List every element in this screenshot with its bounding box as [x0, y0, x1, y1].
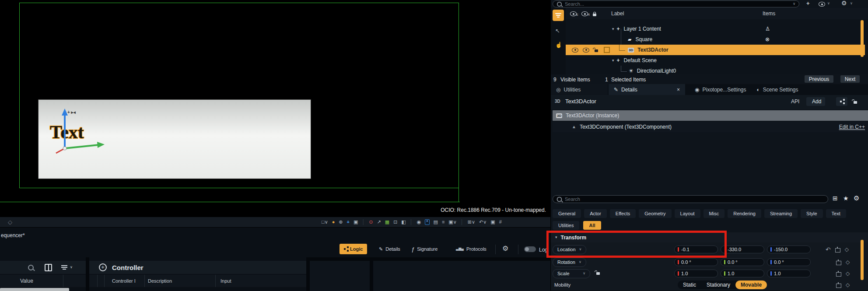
widget-icon[interactable] — [836, 284, 841, 288]
keyframe-diamond-icon[interactable]: ◇ — [846, 271, 850, 276]
tree-row-default-scene[interactable]: ▾ + Default Scene — [566, 55, 868, 66]
category-streaming[interactable]: Streaming — [764, 209, 798, 218]
transform-gizmo[interactable]: + ▸◂ — [47, 105, 113, 154]
details-button[interactable]: ✎ Details — [374, 244, 405, 254]
expander-icon[interactable]: ▾ — [612, 59, 614, 63]
rgb-channels-icon[interactable]: ▦ — [385, 220, 389, 224]
location-y-field[interactable]: -330.0 — [721, 245, 764, 253]
star-favorites-icon[interactable]: ★ — [843, 195, 849, 201]
signature-button[interactable]: ƒ Signature — [407, 244, 442, 254]
gear-icon[interactable]: ⚙ — [502, 245, 508, 252]
cursor-select-icon[interactable]: ↖ — [555, 28, 560, 34]
filter-button[interactable] — [553, 10, 564, 21]
column-divider[interactable] — [144, 275, 145, 287]
record-icon[interactable]: ⊙ — [369, 220, 373, 224]
category-text[interactable]: Text — [826, 209, 846, 218]
chevron-down-icon[interactable]: ∨ — [70, 266, 73, 269]
revert-icon[interactable]: ↶ — [826, 246, 831, 252]
layers-icon[interactable]: ▤ — [434, 220, 438, 224]
gear-icon[interactable]: ⚙ — [841, 0, 847, 6]
grid-dropdown-icon[interactable]: ⊞∨ — [468, 220, 475, 224]
previous-button[interactable]: Previous — [805, 75, 833, 83]
actor-instance-row[interactable]: 3D Text3DActor (Instance) — [553, 110, 868, 121]
color-dot-icon[interactable]: ● — [332, 220, 335, 224]
keyframe-diamond-icon[interactable]: ◇ — [845, 247, 849, 252]
eye-runtime-icon[interactable] — [581, 11, 588, 16]
chevron-down-icon[interactable]: ∨ — [827, 2, 830, 5]
category-rendering[interactable]: Rendering — [728, 209, 761, 218]
highlight-star-icon[interactable]: * — [425, 219, 429, 225]
filter-icon[interactable] — [61, 265, 67, 270]
pin-checkbox[interactable] — [604, 47, 610, 53]
rotation-y-field[interactable]: 0.0 ° — [721, 258, 764, 266]
eye-editor-icon[interactable] — [570, 11, 577, 16]
value-column-header[interactable]: Value — [20, 278, 33, 284]
tree-row-square[interactable]: ▰ Square ⊗ — [566, 34, 868, 45]
log-toggle[interactable] — [524, 246, 536, 252]
frame-icon[interactable]: ⊡ — [393, 220, 397, 224]
hand-tool-icon[interactable]: ☝ — [555, 42, 562, 48]
category-style[interactable]: Style — [801, 209, 822, 218]
scale-z-field[interactable]: 1.0 — [767, 270, 811, 277]
add-component-button[interactable]: Add — [806, 97, 825, 106]
image-icon[interactable]: ▣ — [490, 220, 495, 224]
next-button[interactable]: Next — [840, 75, 860, 83]
chevron-down-icon[interactable]: ∨ — [850, 2, 853, 5]
rotate-dropdown-icon[interactable]: ↶∨ — [479, 220, 486, 224]
rotation-z-field[interactable]: 0.0 ° — [767, 258, 811, 266]
mobility-movable[interactable]: Movable — [735, 280, 767, 289]
tree-row-text3dactor-selected[interactable]: 3D Text3DActor — [566, 45, 865, 55]
column-divider[interactable] — [215, 275, 216, 287]
rotation-dropdown[interactable]: Rotation ∨ — [553, 258, 586, 267]
visible-eye-icon[interactable] — [583, 48, 589, 53]
lock-column-icon[interactable] — [593, 14, 596, 16]
transform-section-header[interactable]: ▾ Transform — [551, 232, 868, 243]
scale-x-field[interactable]: 1.0 — [674, 270, 718, 277]
details-scrollbar[interactable] — [861, 240, 864, 280]
items-column-header[interactable]: Items — [763, 11, 775, 17]
rotation-x-field[interactable]: 0.0 ° — [674, 258, 718, 266]
tab-utilities[interactable]: ◎ Utilities — [551, 84, 608, 95]
location-x-field[interactable]: -0.1 — [674, 245, 718, 253]
description-column[interactable]: Description — [148, 278, 172, 284]
widget-icon[interactable] — [836, 272, 841, 277]
keyframe-diamond-icon[interactable]: ◇ — [846, 282, 850, 287]
tab-details[interactable]: ✎ Details × — [609, 84, 685, 95]
visibility-eye-icon[interactable]: ◉ — [417, 220, 421, 224]
unlock-icon[interactable] — [854, 101, 857, 104]
mobility-static[interactable]: Static — [678, 280, 701, 289]
viewport-3d[interactable]: Text + ▸◂ OCIO: Rec.1886 Rec.709 - Un-to… — [0, 0, 550, 217]
category-layout[interactable]: Layout — [675, 209, 700, 218]
details-search-input[interactable]: Search — [553, 195, 828, 203]
edit-in-cpp-link[interactable]: Edit in C++ — [839, 124, 865, 130]
column-divider[interactable] — [63, 275, 63, 287]
category-geometry[interactable]: Geometry — [639, 209, 671, 218]
close-icon[interactable]: × — [677, 87, 680, 92]
value-cell[interactable] — [0, 288, 69, 291]
tree-row-layer1-content[interactable]: ▾ + Layer 1 Content ♙ — [566, 24, 868, 34]
input-column[interactable]: Input — [220, 278, 231, 284]
mobility-stationary[interactable]: Stationary — [701, 280, 735, 289]
tab-pixotope-settings[interactable]: ◉ Pixotope...Settings — [690, 84, 752, 95]
outliner-scrollbar[interactable] — [861, 20, 864, 57]
logic-button[interactable]: Logic — [340, 244, 367, 254]
expander-icon[interactable]: ▾ — [612, 27, 614, 31]
location-z-field[interactable]: -150.0 — [767, 245, 811, 253]
category-utilities[interactable]: Utilities — [553, 221, 579, 230]
api-label[interactable]: API — [791, 98, 799, 105]
location-dropdown[interactable]: Location ∨ — [553, 245, 586, 254]
category-misc[interactable]: Misc — [704, 209, 725, 218]
category-effects[interactable]: Effects — [610, 209, 636, 218]
search-icon[interactable] — [28, 265, 34, 270]
move-cross-icon[interactable]: + — [806, 0, 810, 6]
category-actor[interactable]: Actor — [584, 209, 607, 218]
widget-icon[interactable] — [835, 248, 840, 252]
keyframe-diamond-icon[interactable]: ◇ — [846, 259, 850, 265]
scale-y-field[interactable]: 1.0 — [721, 270, 764, 277]
controller-id-column[interactable]: Controller I — [112, 278, 136, 284]
add-controller-icon[interactable] — [99, 263, 107, 271]
visibility-menu-eye-icon[interactable] — [819, 2, 825, 7]
capture-icon[interactable]: # — [499, 220, 502, 224]
tab-scene-settings[interactable]: ◐ Scene Settings — [752, 84, 804, 95]
grid-view-icon[interactable]: ⊞ — [833, 195, 838, 201]
